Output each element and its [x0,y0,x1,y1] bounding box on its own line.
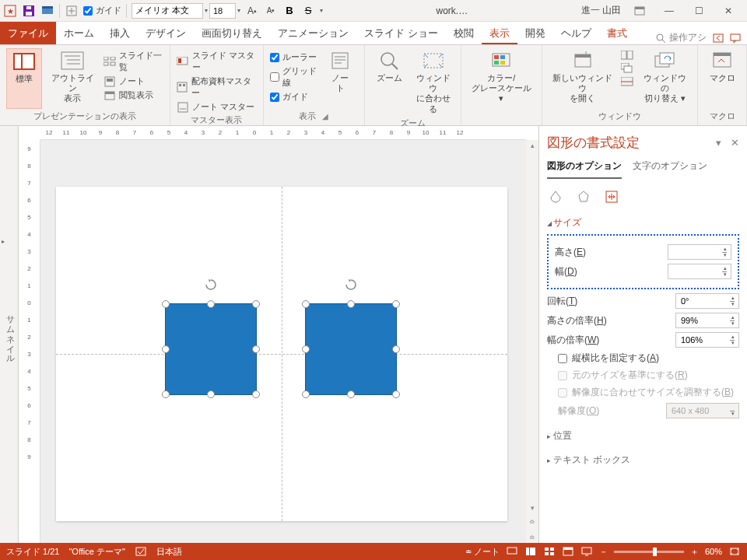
tab-transitions[interactable]: 画面切り替え [194,22,270,44]
zoom-button[interactable]: ズーム [371,48,407,116]
scale-width-spinner[interactable]: 106%▴▾ [675,332,739,348]
comments-status-icon[interactable] [506,546,518,557]
sorter-view-icon[interactable] [543,546,556,557]
textbox-section-header[interactable]: テキスト ボックス [547,453,739,467]
save-icon[interactable] [22,4,36,18]
shrink-font-icon[interactable]: A▾ [264,4,278,18]
ribbon-options-icon[interactable] [629,3,651,19]
zoom-out-button[interactable]: － [599,546,608,558]
notes-master-button[interactable]: ノート マスター [177,101,257,113]
tab-help[interactable]: ヘルプ [553,22,599,44]
ruler-checkbox[interactable]: ルーラー [270,51,318,63]
guides-toggle[interactable]: ガイド [83,5,121,16]
comments-icon[interactable] [730,33,741,44]
tab-format[interactable]: 書式 [599,22,635,44]
height-spinner[interactable]: ▴▾ [668,244,731,260]
tab-view[interactable]: 表示 [482,22,517,44]
notes-toggle[interactable]: ≐ノート [465,546,500,558]
normal-view-button[interactable]: 標準 [6,48,42,109]
pane-tab-text-options[interactable]: 文字のオプション [633,159,707,179]
pane-close-icon[interactable]: ✕ [731,137,739,149]
shape-rectangle-2[interactable] [305,303,397,395]
share-icon[interactable] [713,33,724,44]
rotate-handle-icon[interactable] [204,278,218,292]
arrange-all-button[interactable] [621,50,633,61]
svg-rect-58 [660,53,674,64]
close-icon[interactable]: ✕ [717,3,739,19]
guide-vertical[interactable] [282,187,282,521]
bold-icon[interactable]: B [282,4,296,18]
svg-rect-21 [103,57,108,60]
svg-rect-3 [26,12,32,16]
qat-btn[interactable] [40,4,54,18]
size-tab-icon[interactable] [603,188,620,205]
strike-icon[interactable]: S [301,4,315,18]
lock-aspect-checkbox[interactable]: 縦横比を固定する(A) [558,352,739,365]
tab-animations[interactable]: アニメーション [270,22,356,44]
slide-sorter-button[interactable]: スライド一覧 [103,50,163,73]
dialog-launcher-icon[interactable]: ◢ [322,112,328,121]
effects-tab-icon[interactable] [575,188,592,205]
macros-button[interactable]: マクロ [704,48,740,109]
pane-tab-shape-options[interactable]: 図形のオプション [547,159,622,179]
notes-page-button[interactable]: ノート [103,75,163,87]
guides-checkbox[interactable]: ガイド [270,91,318,103]
color-grayscale-button[interactable]: カラー/ グレースケール ▾ [468,48,535,121]
cascade-button[interactable] [621,63,633,74]
language-indicator[interactable]: 日本語 [156,546,182,558]
notes-button[interactable]: ノー ト [322,48,358,109]
rotate-handle-icon[interactable] [344,278,358,292]
svg-line-41 [392,64,398,69]
tab-home[interactable]: ホーム [56,22,102,44]
font-size-combo[interactable] [209,3,236,19]
pane-options-icon[interactable]: ▾ [716,137,721,149]
minimize-icon[interactable]: — [658,3,680,19]
slide-canvas[interactable] [40,140,526,543]
tell-me-search[interactable]: 操作アシ [655,31,707,44]
width-spinner[interactable]: ▴▾ [668,264,731,279]
slideshow-view-icon[interactable] [580,546,593,557]
scale-height-spinner[interactable]: 99%▴▾ [675,313,739,328]
tab-review[interactable]: 校閲 [446,22,482,44]
new-window-button[interactable]: + 新しいウィンドウ を開く [549,48,617,109]
fill-line-tab-icon[interactable] [547,188,564,205]
normal-view-icon[interactable] [524,546,537,557]
spellcheck-icon[interactable] [135,546,147,557]
slide[interactable] [56,187,507,521]
slide-counter[interactable]: スライド 1/21 [6,546,59,558]
theme-indicator: "Office テーマ" [68,546,124,558]
tab-design[interactable]: デザイン [138,22,194,44]
vertical-scrollbar[interactable]: ▴ ▾ ≏ ≏ [526,140,538,543]
rotation-spinner[interactable]: 0°▴▾ [675,293,739,309]
gridlines-checkbox[interactable]: グリッド線 [270,65,318,89]
slide-master-button[interactable]: スライド マスター [177,50,257,73]
split-button[interactable] [621,76,633,87]
zoom-slider[interactable] [614,551,684,553]
svg-rect-44 [494,55,499,59]
zoom-level[interactable]: 60% [705,547,722,556]
fit-window-button[interactable]: ウィンドウ に合わせる [412,48,454,116]
handout-master-button[interactable]: 配布資料マスター [177,75,257,99]
switch-windows-button[interactable]: ウィンドウの 切り替え ▾ [638,48,691,109]
position-section-header[interactable]: 位置 [547,429,739,443]
thumbnail-strip[interactable]: ▸ サムネイル [0,126,19,543]
reading-view-icon[interactable] [562,546,574,557]
tab-developer[interactable]: 開発 [517,22,553,44]
grow-font-icon[interactable]: A▴ [245,4,259,18]
qat-btn2[interactable] [65,4,79,18]
svg-rect-32 [179,84,181,86]
shape-rectangle-1[interactable] [165,303,257,395]
fit-to-window-icon[interactable] [728,546,741,557]
tab-insert[interactable]: 挿入 [102,22,138,44]
zoom-in-button[interactable]: ＋ [690,546,699,558]
font-name-combo[interactable] [132,3,203,19]
maximize-icon[interactable]: ☐ [688,3,710,19]
tab-file[interactable]: ファイル [0,22,56,44]
size-section-header[interactable]: サイズ [547,216,739,229]
reading-view-button[interactable]: 閲覧表示 [103,89,163,101]
tab-slideshow[interactable]: スライド ショー [356,22,446,44]
svg-rect-17 [61,52,83,69]
outline-view-button[interactable]: アウトライン 表示 [47,48,99,109]
svg-rect-4 [26,6,31,9]
svg-rect-73 [582,548,591,554]
